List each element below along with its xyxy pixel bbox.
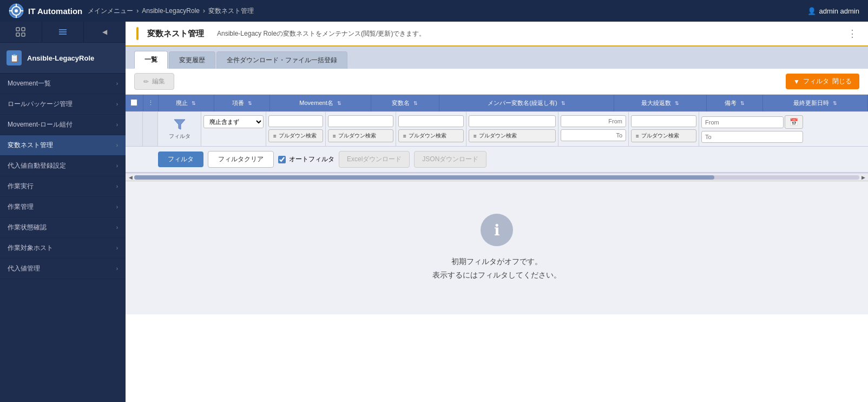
sidebar-item-9[interactable]: 代入値管理› xyxy=(0,259,126,279)
breadcrumb-item-1[interactable]: メインメニュー xyxy=(88,6,133,16)
app-logo: IT Automation xyxy=(9,3,82,18)
filter-number-cell: ≡ プルダウン検索 xyxy=(266,112,326,146)
main-content: 変数ネスト管理 Ansible-Legacy Roleの変数ネストをメンテナンス… xyxy=(126,22,868,402)
sort-icon-number: ⇅ xyxy=(248,101,252,106)
page-title-bar xyxy=(136,27,139,40)
dropdown-label-variable: プルダウン検索 xyxy=(409,132,446,140)
th-variable[interactable]: 変数名 ⇅ xyxy=(371,95,439,111)
dropdown-icon-movement: ≡ xyxy=(333,133,336,139)
th-maxrepeat[interactable]: 最大繰返数 ⇅ xyxy=(614,95,707,111)
lastupdate-from-input[interactable] xyxy=(701,116,784,128)
sidebar-item-7[interactable]: 作業状態確認› xyxy=(0,218,126,238)
th-movement[interactable]: Movement名 ⇅ xyxy=(270,95,371,111)
filter-close-button[interactable]: ▼ フィルタ 閉じる xyxy=(786,74,859,89)
th-obsolete[interactable]: 廃止 ⇅ xyxy=(158,95,214,111)
number-input[interactable] xyxy=(268,115,323,127)
maxrepeat-to-input[interactable] xyxy=(561,129,626,141)
obsolete-select[interactable]: 廃止含まず 廃止のみ 全レコード xyxy=(203,115,264,128)
scrollbar-thumb[interactable] xyxy=(134,175,714,180)
scrollbar-track[interactable] xyxy=(134,175,859,180)
top-nav: IT Automation メインメニュー › Ansible-LegacyRo… xyxy=(0,0,868,22)
filter-member-cell: ≡ プルダウン検索 xyxy=(466,112,558,146)
variable-input[interactable] xyxy=(398,115,464,127)
th-lastupdate[interactable]: 最終更新日時 ⇅ xyxy=(762,95,867,111)
sidebar-collapse-icon[interactable]: ◀ xyxy=(84,22,126,42)
sidebar-item-label-2: Movement-ロール組付 xyxy=(8,120,73,129)
sidebar-item-6[interactable]: 作業管理› xyxy=(0,197,126,218)
tab-history[interactable]: 変更履歴 xyxy=(169,51,215,69)
chevron-icon-2: › xyxy=(116,122,118,128)
user-label: admin admin xyxy=(819,7,859,15)
variable-dropdown-btn[interactable]: ≡ プルダウン検索 xyxy=(398,129,464,142)
tab-download[interactable]: 全件ダウンロード・ファイル一括登録 xyxy=(216,51,347,69)
th-checkbox xyxy=(126,95,143,111)
filter-variable-cell: ≡ プルダウン検索 xyxy=(396,112,466,146)
member-dropdown-btn[interactable]: ≡ プルダウン検索 xyxy=(469,129,556,142)
chevron-icon-7: › xyxy=(116,225,118,230)
select-all-checkbox[interactable] xyxy=(130,99,137,106)
th-remarks-label: 備考 xyxy=(725,100,737,106)
sidebar-item-label-8: 作業対象ホスト xyxy=(8,243,53,253)
svg-point-2 xyxy=(15,9,18,12)
horizontal-scrollbar[interactable]: ◀ ▶ xyxy=(126,174,868,181)
sidebar-top-icons: ◀ xyxy=(0,22,126,43)
lastupdate-to-input[interactable] xyxy=(701,131,803,143)
sidebar-list-icon[interactable] xyxy=(42,22,84,42)
table-scroll[interactable]: ⋮ 廃止 ⇅ 項番 ⇅ Movement名 ⇅ xyxy=(126,95,868,181)
dropdown-icon-remarks: ≡ xyxy=(636,133,639,139)
sidebar-item-1[interactable]: ロールパッケージ管理› xyxy=(0,94,126,115)
th-member-label: メンバー変数名(繰返し有) xyxy=(488,100,557,106)
member-input[interactable] xyxy=(469,115,556,127)
lastupdate-from-calendar-btn[interactable]: 📅 xyxy=(785,115,803,129)
page-menu-icon[interactable]: ⋮ xyxy=(847,28,857,39)
sidebar-item-3[interactable]: 変数ネスト管理› xyxy=(0,135,126,156)
empty-state: ℹ 初期フィルタがオフです。 表示するにはフィルタしてください。 xyxy=(126,181,868,314)
dropdown-icon-number: ≡ xyxy=(273,133,277,139)
auto-filter-wrap: オートフィルタ xyxy=(278,155,334,164)
close-label: 閉じる xyxy=(832,77,852,86)
breadcrumb-item-2[interactable]: Ansible-LegacyRole xyxy=(142,7,200,15)
sidebar-item-8[interactable]: 作業対象ホスト› xyxy=(0,238,126,259)
chevron-icon-8: › xyxy=(116,245,118,251)
sidebar-item-0[interactable]: Movement一覧› xyxy=(0,74,126,94)
chevron-icon-0: › xyxy=(116,81,118,87)
tab-list[interactable]: 一覧 xyxy=(134,51,168,69)
remarks-dropdown-btn[interactable]: ≡ プルダウン検索 xyxy=(631,129,696,142)
sidebar-item-4[interactable]: 代入値自動登録設定› xyxy=(0,156,126,176)
empty-state-text: 初期フィルタがオフです。 表示するにはフィルタしてください。 xyxy=(432,255,561,282)
scroll-left-arrow[interactable]: ◀ xyxy=(127,174,134,181)
sort-icon-variable: ⇅ xyxy=(413,101,418,106)
chevron-icon-4: › xyxy=(116,163,118,169)
filter-icon-cell xyxy=(126,112,143,146)
user-icon: 👤 xyxy=(807,7,816,15)
sidebar-item-label-6: 作業管理 xyxy=(8,202,34,212)
auto-filter-checkbox[interactable] xyxy=(278,156,286,163)
sidebar-item-5[interactable]: 作業実行› xyxy=(0,176,126,197)
filter-maxrepeat-cell xyxy=(558,112,629,146)
th-number[interactable]: 項番 ⇅ xyxy=(214,95,269,111)
breadcrumb-sep-2: › xyxy=(203,7,205,15)
edit-icon: ✏ xyxy=(143,78,149,85)
th-variable-label: 変数名 xyxy=(392,100,410,106)
th-obsolete-label: 廃止 xyxy=(176,100,188,106)
user-info[interactable]: 👤 admin admin xyxy=(807,7,859,15)
movement-input[interactable] xyxy=(328,115,393,127)
filter-menu-cell xyxy=(143,112,158,146)
dropdown-icon-variable: ≡ xyxy=(403,133,406,139)
movement-dropdown-btn[interactable]: ≡ プルダウン検索 xyxy=(328,129,393,142)
filter-clear-button[interactable]: フィルタクリア xyxy=(208,151,274,168)
number-dropdown-btn[interactable]: ≡ プルダウン検索 xyxy=(268,129,323,142)
sidebar-item-2[interactable]: Movement-ロール組付› xyxy=(0,115,126,135)
th-member[interactable]: メンバー変数名(繰返し有) ⇅ xyxy=(439,95,614,111)
filter-button[interactable]: フィルタ xyxy=(158,151,203,167)
sidebar-grid-icon[interactable] xyxy=(0,22,42,42)
filter-label-text: フィルタ xyxy=(169,133,190,140)
maxrepeat-from-input[interactable] xyxy=(561,115,626,127)
filter-row: フィルタ 廃止含まず 廃止のみ 全レコード xyxy=(126,111,868,174)
remarks-input[interactable] xyxy=(631,115,696,127)
empty-text-line2: 表示するにはフィルタしてください。 xyxy=(432,268,561,282)
filter-buttons-row: フィルタ フィルタクリア オートフィルタ Excelダウンロード JSONダウン… xyxy=(126,147,868,173)
scroll-right-arrow[interactable]: ▶ xyxy=(859,174,867,181)
edit-button[interactable]: ✏ 編集 xyxy=(134,73,174,90)
th-remarks[interactable]: 備考 ⇅ xyxy=(707,95,762,111)
